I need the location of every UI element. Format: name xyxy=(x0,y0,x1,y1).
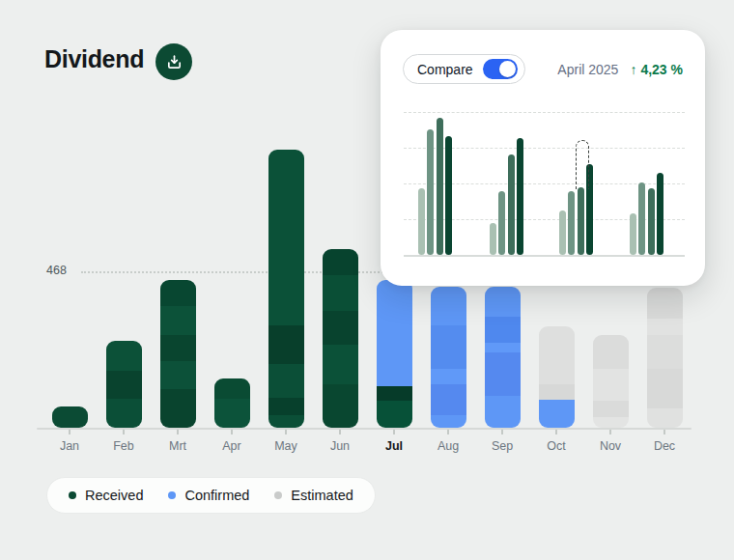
bar-segment xyxy=(214,378,250,399)
axis-tick xyxy=(177,430,179,434)
bar-segment xyxy=(485,343,521,352)
bar-segment xyxy=(431,287,466,325)
bar-segment xyxy=(431,325,466,369)
mini-bar[interactable] xyxy=(498,191,505,255)
y-axis-tick-label: 468 xyxy=(46,264,67,277)
legend-item-received[interactable]: Received xyxy=(69,488,143,503)
month-label-jan: Jan xyxy=(48,439,91,453)
bar-segment xyxy=(377,386,412,401)
month-label-nov: Nov xyxy=(589,439,632,453)
bar-segment xyxy=(485,352,521,396)
mini-bar[interactable] xyxy=(648,188,655,255)
confirmed-dot-icon xyxy=(168,491,176,499)
bar-segment xyxy=(377,280,412,386)
bar-jan[interactable] xyxy=(52,406,88,428)
bar-segment xyxy=(268,398,304,415)
bar-segment xyxy=(323,345,358,384)
axis-tick xyxy=(501,430,503,434)
compare-toggle-pill[interactable]: Compare xyxy=(403,54,525,84)
month-label-jun: Jun xyxy=(319,439,361,453)
bar-segment xyxy=(268,364,304,398)
month-label-mrt: Mrt xyxy=(156,439,199,453)
bar-segment xyxy=(593,401,629,417)
bar-segment xyxy=(593,417,629,428)
compare-label: Compare xyxy=(417,62,473,77)
axis-tick xyxy=(393,430,395,434)
mini-bar[interactable] xyxy=(559,210,566,255)
mini-bar[interactable] xyxy=(578,187,584,255)
bar-jun[interactable] xyxy=(323,249,358,428)
received-dot-icon xyxy=(69,491,76,499)
mini-bar[interactable] xyxy=(638,182,645,255)
compare-popup: Compare April 2025 ↑ 4,23 % xyxy=(381,30,705,286)
bar-nov[interactable] xyxy=(593,335,629,428)
arrow-up-icon: ↑ xyxy=(630,62,636,77)
bar-segment xyxy=(268,415,304,428)
axis-tick xyxy=(231,430,233,434)
month-label-dec: Dec xyxy=(643,439,686,453)
legend-item-estimated[interactable]: Estimated xyxy=(274,488,353,503)
bar-segment xyxy=(647,408,683,428)
bar-feb[interactable] xyxy=(106,341,142,428)
bar-segment xyxy=(647,369,683,408)
bar-segment xyxy=(431,415,466,428)
bar-segment xyxy=(160,361,196,389)
toggle-knob xyxy=(499,61,516,77)
month-label-oct: Oct xyxy=(535,439,578,453)
bar-sep[interactable] xyxy=(485,287,521,428)
bar-dec[interactable] xyxy=(647,288,683,428)
month-label-jul: Jul xyxy=(373,439,415,453)
month-label-feb: Feb xyxy=(102,439,145,453)
mini-bar[interactable] xyxy=(517,138,523,255)
mini-bar[interactable] xyxy=(630,213,636,255)
bar-segment xyxy=(106,399,142,428)
bar-segment xyxy=(431,384,466,415)
mini-bar[interactable] xyxy=(445,136,452,255)
bar-jul[interactable] xyxy=(377,280,412,428)
mini-gridline xyxy=(404,112,685,113)
bar-segment xyxy=(377,401,412,428)
bar-segment xyxy=(539,326,575,384)
bar-oct[interactable] xyxy=(539,326,575,428)
month-label-sep: Sep xyxy=(481,439,523,453)
bar-may[interactable] xyxy=(268,150,304,428)
axis-tick xyxy=(609,430,611,434)
mini-bar[interactable] xyxy=(490,223,496,255)
bar-apr[interactable] xyxy=(214,378,250,428)
axis-tick xyxy=(69,430,71,434)
axis-tick xyxy=(123,430,125,434)
chart-legend: Received Confirmed Estimated xyxy=(46,477,376,514)
axis-tick xyxy=(447,430,449,434)
bar-segment xyxy=(214,399,250,428)
x-axis-line xyxy=(37,428,692,430)
bar-segment xyxy=(539,384,575,400)
delta-badge: ↑ 4,23 % xyxy=(630,62,683,77)
bar-segment xyxy=(485,287,521,317)
mini-baseline xyxy=(404,255,685,257)
mini-bar[interactable] xyxy=(418,188,425,255)
bar-segment xyxy=(323,249,358,275)
mini-bar[interactable] xyxy=(568,191,575,255)
bar-mrt[interactable] xyxy=(160,280,196,428)
popup-header: Compare April 2025 ↑ 4,23 % xyxy=(403,54,683,84)
mini-bar[interactable] xyxy=(427,129,434,255)
bar-segment xyxy=(323,275,358,311)
mini-bar[interactable] xyxy=(657,173,663,255)
bar-segment xyxy=(485,317,521,343)
bar-segment xyxy=(160,306,196,335)
bar-segment xyxy=(485,396,521,428)
bar-segment xyxy=(647,319,683,335)
mini-bar[interactable] xyxy=(508,154,515,255)
bar-segment xyxy=(160,335,196,361)
mini-bar[interactable] xyxy=(437,118,443,255)
bar-segment xyxy=(106,341,142,371)
month-label-apr: Apr xyxy=(211,439,253,453)
legend-item-confirmed[interactable]: Confirmed xyxy=(168,488,249,503)
axis-tick xyxy=(339,430,341,434)
bar-aug[interactable] xyxy=(431,287,466,428)
bar-segment xyxy=(593,335,629,369)
bar-segment xyxy=(647,335,683,369)
axis-tick xyxy=(663,430,665,434)
compare-toggle-switch[interactable] xyxy=(483,59,518,79)
estimated-dot-icon xyxy=(274,491,282,499)
